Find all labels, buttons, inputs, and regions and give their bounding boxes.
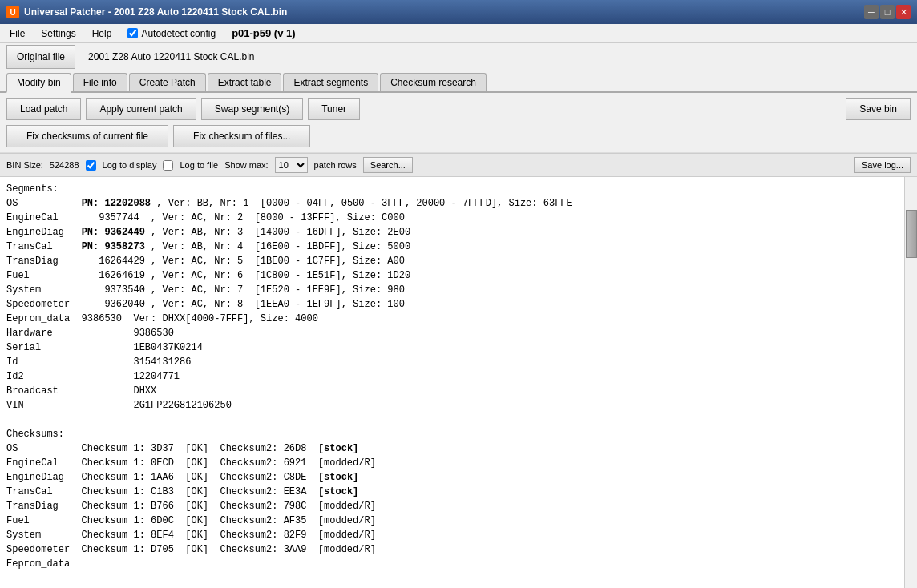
scrollbar[interactable]: [904, 177, 917, 588]
app-icon: U: [6, 6, 19, 18]
fix-checksum-files-button[interactable]: Fix checksum of files...: [173, 125, 310, 147]
log-container: Segments: OS PN: 12202088 , Ver: BB, Nr:…: [0, 177, 917, 588]
load-patch-button[interactable]: Load patch: [6, 98, 81, 120]
scrollbar-thumb[interactable]: [906, 210, 917, 258]
search-button[interactable]: Search...: [363, 157, 413, 173]
bin-size-row: BIN Size: 524288 Log to display Log to f…: [0, 153, 917, 177]
menu-bar: File Settings Help Autodetect config p01…: [0, 24, 917, 43]
fix-checksums-button[interactable]: Fix checksums of current file: [6, 125, 168, 147]
log-file-checkbox[interactable]: [163, 160, 173, 171]
show-max-select[interactable]: 10 20 50 100: [275, 157, 308, 173]
patch-version: p01-p59 (v 1): [232, 27, 295, 39]
bin-size-label: BIN Size:: [6, 160, 43, 170]
toolbar-row-1: Load patch Apply current patch Swap segm…: [6, 98, 911, 120]
tuner-button[interactable]: Tuner: [308, 98, 360, 120]
file-bar: Original file 2001 Z28 Auto 1220411 Stoc…: [0, 43, 917, 70]
tab-file-info[interactable]: File info: [73, 73, 127, 91]
save-bin-button[interactable]: Save bin: [846, 98, 911, 120]
tab-modify-bin[interactable]: Modify bin: [6, 73, 71, 93]
log-content[interactable]: Segments: OS PN: 12202088 , Ver: BB, Nr:…: [0, 177, 904, 588]
original-file-button[interactable]: Original file: [6, 45, 75, 69]
window-title: Universal Patcher - 2001 Z28 Auto 122041…: [24, 6, 287, 18]
tab-extract-segments[interactable]: Extract segments: [283, 73, 378, 91]
tab-create-patch[interactable]: Create Patch: [129, 73, 206, 91]
log-file-label: Log to file: [180, 160, 218, 170]
swap-segments-button[interactable]: Swap segment(s): [201, 98, 303, 120]
menu-settings[interactable]: Settings: [34, 26, 82, 41]
menu-file[interactable]: File: [3, 26, 31, 41]
autodetect-label: Autodetect config: [141, 28, 216, 39]
log-display-checkbox[interactable]: [86, 160, 96, 171]
tab-bar: Modify bin File info Create Patch Extrac…: [0, 70, 917, 93]
title-bar-left: U Universal Patcher - 2001 Z28 Auto 1220…: [6, 6, 287, 18]
log-display-label: Log to display: [103, 160, 157, 170]
patch-rows-label: patch rows: [314, 160, 357, 170]
show-max-label: Show max:: [224, 160, 268, 170]
tab-checksum-research[interactable]: Checksum research: [380, 73, 487, 91]
toolbar-row-2: Fix checksums of current file Fix checks…: [6, 125, 911, 147]
content-area: BIN Size: 524288 Log to display Log to f…: [0, 153, 917, 588]
toolbar-area: Load patch Apply current patch Swap segm…: [0, 93, 917, 153]
save-log-button[interactable]: Save log...: [854, 157, 911, 173]
title-bar-controls: ─ □ ✕: [864, 5, 911, 19]
autodetect-area: Autodetect config: [127, 28, 216, 39]
maximize-button[interactable]: □: [880, 5, 895, 19]
tab-extract-table[interactable]: Extract table: [208, 73, 282, 91]
file-name: 2001 Z28 Auto 1220411 Stock CAL.bin: [88, 51, 255, 62]
bin-size-value: 524288: [50, 160, 79, 170]
menu-help[interactable]: Help: [86, 26, 119, 41]
autodetect-checkbox[interactable]: [127, 28, 138, 38]
app-window: U Universal Patcher - 2001 Z28 Auto 1220…: [0, 0, 917, 588]
log-area: Segments: OS PN: 12202088 , Ver: BB, Nr:…: [0, 177, 917, 588]
apply-patch-button[interactable]: Apply current patch: [86, 98, 196, 120]
minimize-button[interactable]: ─: [864, 5, 879, 19]
title-bar: U Universal Patcher - 2001 Z28 Auto 1220…: [0, 0, 917, 24]
close-button[interactable]: ✕: [896, 5, 911, 19]
